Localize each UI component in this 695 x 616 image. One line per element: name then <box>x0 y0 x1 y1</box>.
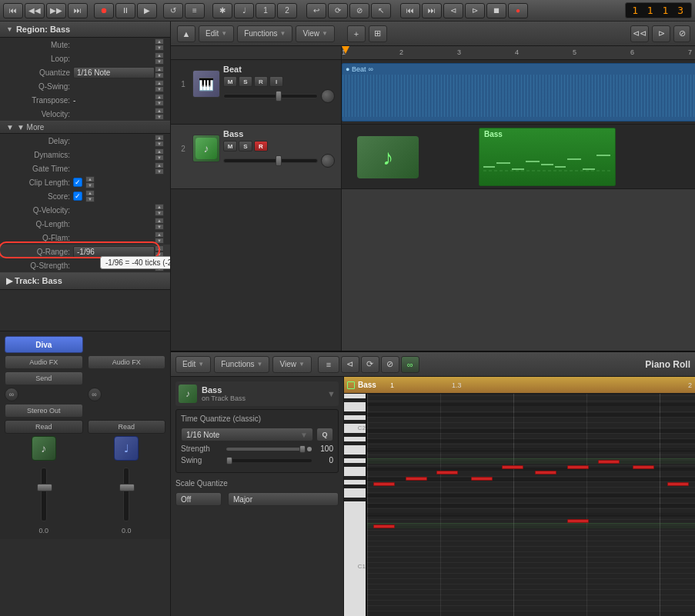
send-btn-1[interactable]: Send <box>5 371 83 385</box>
toolbar-btn-punch[interactable]: ✱ <box>212 3 232 18</box>
mini-fader-thumb-beat[interactable] <box>276 91 282 102</box>
arr-functions-btn[interactable]: Functions ▼ <box>237 25 292 42</box>
dynamics-down[interactable]: ▼ <box>155 155 164 161</box>
audio-fx-btn-1[interactable]: Audio FX <box>5 355 83 369</box>
beat-region[interactable]: ● Beat ∞ <box>342 63 695 122</box>
toolbar-btn-next[interactable]: ⏭ <box>422 3 442 18</box>
delay-up[interactable]: ▲ <box>155 135 164 141</box>
note-5[interactable] <box>502 465 523 469</box>
q-swing-thumb[interactable] <box>226 457 232 464</box>
mini-knob-beat[interactable] <box>321 89 335 103</box>
midi-grid[interactable] <box>367 394 695 616</box>
quantize-down[interactable]: ▼ <box>155 72 164 78</box>
clip-length-up[interactable]: ▲ <box>85 176 95 182</box>
more-section[interactable]: ▼ ▼ More <box>0 121 170 134</box>
arr-up-btn[interactable]: ▲ <box>177 25 195 42</box>
toolbar-btn-rewind[interactable]: ◀◀ <box>25 3 45 18</box>
q-swing-slider[interactable] <box>226 459 312 462</box>
note-9[interactable] <box>633 465 654 469</box>
q-length-stepper[interactable]: ▲ ▼ <box>155 218 164 230</box>
pr-midi-btn[interactable]: ⊲ <box>341 356 359 373</box>
score-stepper[interactable]: ▲ ▼ <box>85 190 95 202</box>
q-length-down[interactable]: ▼ <box>155 224 164 230</box>
arr-filter-btn[interactable]: ⊘ <box>673 25 690 42</box>
fader-track-2[interactable] <box>123 468 129 521</box>
scale-q-select[interactable]: Off <box>175 492 222 506</box>
pr-functions-btn[interactable]: Functions ▼ <box>214 356 269 373</box>
qswing-up[interactable]: ▲ <box>155 80 164 86</box>
toolbar-btn-prev[interactable]: ⏮ <box>400 3 420 18</box>
toolbar-btn-loop-mark[interactable]: ⊲ <box>443 3 463 18</box>
note-10[interactable] <box>667 482 689 486</box>
mini-fader-thumb-bass[interactable] <box>276 155 282 166</box>
toolbar-btn-ff[interactable]: ▶▶ <box>46 3 66 18</box>
plugin-btn[interactable]: Diva <box>5 336 83 353</box>
beat-input-btn[interactable]: I <box>269 76 283 87</box>
toolbar-btn-click[interactable]: 2 <box>277 3 297 18</box>
q-flam-down[interactable]: ▼ <box>155 238 164 244</box>
beat-rec-enable-btn[interactable]: R <box>254 76 268 87</box>
gate-time-up[interactable]: ▲ <box>155 162 164 168</box>
score-checkbox[interactable]: ✓ <box>73 191 82 201</box>
toolbar-btn-skip[interactable]: ↩ <box>306 3 326 18</box>
toolbar-btn-rec2[interactable]: ● <box>508 3 528 18</box>
mini-knob-bass[interactable] <box>321 154 335 168</box>
mute-up[interactable]: ▲ <box>155 38 164 45</box>
velocity-down[interactable]: ▼ <box>155 114 164 120</box>
score-up[interactable]: ▲ <box>85 190 95 196</box>
fader-track-1[interactable] <box>41 468 47 521</box>
mini-fader-beat[interactable] <box>223 94 318 98</box>
quantize-stepper[interactable]: ▲ ▼ <box>155 66 164 78</box>
qswing-stepper[interactable]: ▲ ▼ <box>155 80 164 92</box>
gate-time-down[interactable]: ▼ <box>155 168 164 175</box>
arr-edit-btn[interactable]: Edit ▼ <box>199 25 234 42</box>
delay-stepper[interactable]: ▲ ▼ <box>155 135 164 147</box>
pr-snap-btn[interactable]: ⟳ <box>361 356 379 373</box>
read-btn-1[interactable]: Read <box>5 420 83 434</box>
note-2[interactable] <box>406 477 427 481</box>
q-strength-thumb[interactable] <box>299 445 306 453</box>
pr-region-arrow[interactable]: ▼ <box>327 389 336 398</box>
beat-solo-btn[interactable]: S <box>239 76 252 87</box>
loop-stepper[interactable]: ▲ ▼ <box>155 52 164 65</box>
track-header[interactable]: ▶ Track: Bass <box>0 272 170 290</box>
loop-up[interactable]: ▲ <box>155 52 164 58</box>
pr-list-btn[interactable]: ≡ <box>318 356 339 373</box>
scale-type-select[interactable]: Major <box>228 492 339 506</box>
note-1[interactable] <box>373 482 395 486</box>
fader-thumb-2[interactable] <box>119 484 135 491</box>
qswing-down[interactable]: ▼ <box>155 86 164 92</box>
beat-mute-btn[interactable]: M <box>223 76 237 87</box>
q-note-select[interactable]: 1/16 Note ▼ <box>181 428 313 441</box>
toolbar-btn-end[interactable]: ⏭ <box>68 3 88 18</box>
velocity-stepper[interactable]: ▲ ▼ <box>155 108 164 120</box>
bass-mute-btn[interactable]: M <box>223 141 237 152</box>
read-btn-2[interactable]: Read <box>88 420 166 434</box>
q-flam-up[interactable]: ▲ <box>155 231 164 238</box>
q-strength-slider[interactable] <box>226 448 304 451</box>
bass-region[interactable]: Bass <box>479 128 616 186</box>
toolbar-btn-metro[interactable]: ♩ <box>234 3 254 18</box>
quantize-up[interactable]: ▲ <box>155 66 164 72</box>
arr-add-folder-btn[interactable]: ⊞ <box>369 25 387 42</box>
q-apply-btn[interactable]: Q <box>316 428 333 441</box>
transpose-up[interactable]: ▲ <box>155 94 164 100</box>
note-4[interactable] <box>471 477 493 481</box>
bass-track-content[interactable]: ♪ Bass <box>342 125 695 189</box>
output-btn-1[interactable]: Stereo Out <box>5 404 83 418</box>
dynamics-stepper[interactable]: ▲ ▼ <box>155 148 164 161</box>
clip-length-stepper[interactable]: ▲ ▼ <box>85 176 95 188</box>
transpose-down[interactable]: ▼ <box>155 100 164 106</box>
note-7[interactable] <box>567 465 589 469</box>
score-down[interactable]: ▼ <box>85 196 95 202</box>
clip-length-checkbox[interactable]: ✓ <box>73 178 82 187</box>
infinity-btn-1[interactable]: ∞ <box>5 388 18 401</box>
clip-length-down[interactable]: ▼ <box>85 182 95 188</box>
q-velocity-stepper[interactable]: ▲ ▼ <box>155 204 164 216</box>
delay-down[interactable]: ▼ <box>155 141 164 147</box>
toolbar-btn-sync[interactable]: ≡ <box>185 3 205 18</box>
toolbar-btn-play[interactable]: ▶ <box>137 3 157 18</box>
fader-thumb-1[interactable] <box>37 484 52 491</box>
toolbar-btn-tool[interactable]: ↖ <box>371 3 391 18</box>
audio-fx-btn-2[interactable]: Audio FX <box>88 355 166 369</box>
